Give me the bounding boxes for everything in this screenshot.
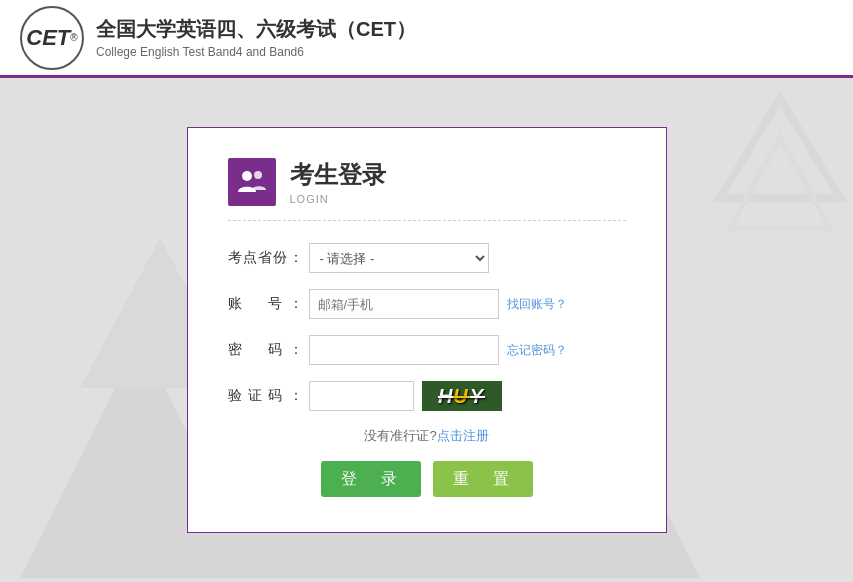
forgot-password-link[interactable]: 忘记密码？ — [507, 342, 567, 359]
captcha-row: 验证码 HUY — [228, 381, 626, 411]
account-input[interactable] — [309, 289, 499, 319]
svg-marker-8 — [720, 98, 840, 198]
login-header: 考生登录 LOGIN — [228, 158, 626, 221]
main-content: 考生登录 LOGIN 考点省份 - 请选择 - 北京 上海 广东 江苏 浙江 山… — [0, 78, 853, 582]
find-account-link[interactable]: 找回账号？ — [507, 296, 567, 313]
login-title-cn: 考生登录 — [290, 159, 386, 191]
no-card-row: 没有准行证?点击注册 — [228, 427, 626, 445]
account-label: 账 号 — [228, 295, 303, 313]
province-select[interactable]: - 请选择 - 北京 上海 广东 江苏 浙江 山东 河南 四川 — [309, 243, 489, 273]
cet-logo-text: CET — [26, 25, 70, 51]
password-label: 密 码 — [228, 341, 303, 359]
reset-button[interactable]: 重 置 — [433, 461, 533, 497]
login-title-en: LOGIN — [290, 193, 386, 205]
header-title-sub: College English Test Band4 and Band6 — [96, 45, 416, 59]
svg-point-10 — [242, 171, 252, 181]
login-icon-box — [228, 158, 276, 206]
login-card: 考生登录 LOGIN 考点省份 - 请选择 - 北京 上海 广东 江苏 浙江 山… — [187, 127, 667, 533]
header-title-main: 全国大学英语四、六级考试（CET） — [96, 16, 416, 43]
btn-row: 登 录 重 置 — [228, 461, 626, 497]
captcha-input[interactable] — [309, 381, 414, 411]
register-link[interactable]: 点击注册 — [437, 428, 489, 443]
password-row: 密 码 忘记密码？ — [228, 335, 626, 365]
svg-point-11 — [254, 171, 262, 179]
province-row: 考点省份 - 请选择 - 北京 上海 广东 江苏 浙江 山东 河南 四川 — [228, 243, 626, 273]
captcha-label: 验证码 — [228, 387, 303, 405]
logo-group: CET® 全国大学英语四、六级考试（CET） College English T… — [20, 6, 416, 70]
province-label: 考点省份 — [228, 249, 303, 267]
login-title-group: 考生登录 LOGIN — [290, 159, 386, 205]
page-header: CET® 全国大学英语四、六级考试（CET） College English T… — [0, 0, 853, 78]
svg-marker-9 — [730, 138, 830, 228]
captcha-image[interactable]: HUY — [422, 381, 502, 411]
password-input[interactable] — [309, 335, 499, 365]
account-row: 账 号 找回账号？ — [228, 289, 626, 319]
cet-badge: CET® — [20, 6, 84, 70]
user-group-icon — [236, 166, 268, 198]
login-button[interactable]: 登 录 — [321, 461, 421, 497]
no-card-text: 没有准行证? — [364, 428, 436, 443]
header-text: 全国大学英语四、六级考试（CET） College English Test B… — [96, 16, 416, 59]
